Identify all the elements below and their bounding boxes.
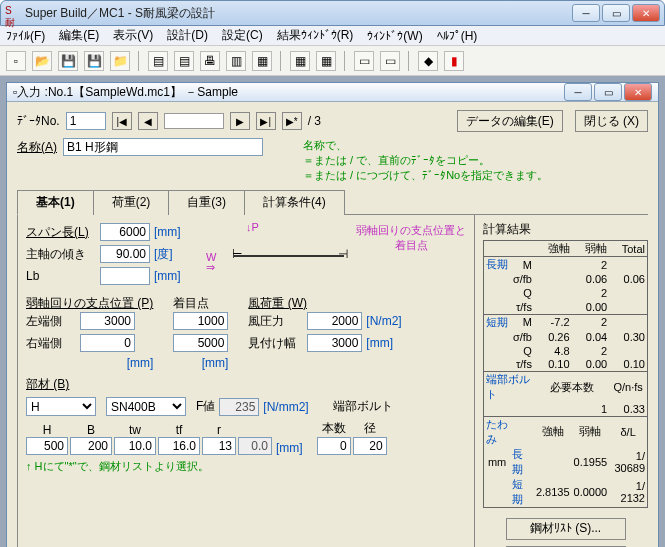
help-icon[interactable]: ◆ <box>418 51 438 71</box>
close-panel-button[interactable]: 閉じる (X) <box>575 110 648 132</box>
tab-basic[interactable]: 基本(1) <box>17 190 94 215</box>
right-support-label: 右端側 <box>26 335 76 352</box>
results-panel: 計算結果 強軸弱軸Total 長期M2 σ/fb0.060.06 Q2 τ/fs… <box>483 215 648 547</box>
nav-last-button[interactable]: ▶| <box>256 112 276 130</box>
new-icon[interactable]: ▫ <box>6 51 26 71</box>
datano-total: / 3 <box>308 114 321 128</box>
grade-select[interactable]: SN400B <box>106 397 186 416</box>
menu-window[interactable]: ｳｨﾝﾄﾞｳ(W) <box>367 29 422 43</box>
bolt-n-input[interactable] <box>317 437 351 455</box>
doc1-icon[interactable]: ▤ <box>148 51 168 71</box>
nav-slider[interactable] <box>164 113 224 129</box>
data-edit-button[interactable]: データの編集(E) <box>457 110 563 132</box>
focus2-input[interactable] <box>173 334 228 352</box>
wind-title: 風荷重 (W) <box>248 295 401 312</box>
shape-select[interactable]: H <box>26 397 96 416</box>
menu-settings[interactable]: 設定(C) <box>222 27 263 44</box>
weak-support-unit: [mm] <box>26 356 153 370</box>
nav-prev-button[interactable]: ◀ <box>138 112 158 130</box>
tabstrip: 基本(1) 荷重(2) 自重(3) 計算条件(4) <box>17 189 648 215</box>
tf-input[interactable] <box>158 437 200 455</box>
folder-icon[interactable]: 📁 <box>110 51 130 71</box>
child-min-button[interactable]: ─ <box>564 83 592 101</box>
child-close-button[interactable]: ✕ <box>624 83 652 101</box>
left-support-input[interactable] <box>80 312 135 330</box>
cascade-icon[interactable]: ▭ <box>354 51 374 71</box>
member-unit: [mm] <box>276 441 303 455</box>
focus1-input[interactable] <box>173 312 228 330</box>
mdi-area: ▫ 入力 :No.1【SampleWd.mc1】 －Sample ─ ▭ ✕ ﾃ… <box>0 76 665 547</box>
tile-icon[interactable]: ▭ <box>380 51 400 71</box>
saveall-icon[interactable]: 💾 <box>84 51 104 71</box>
wind-press-unit: [N/m2] <box>366 314 401 328</box>
span-input[interactable] <box>100 223 150 241</box>
wind-width-label: 見付け幅 <box>248 335 303 352</box>
B-input[interactable] <box>70 437 112 455</box>
menu-file[interactable]: ﾌｧｲﾙ(F) <box>6 29 45 43</box>
tab-calc-cond[interactable]: 計算条件(4) <box>244 190 345 215</box>
tilt-input[interactable] <box>100 245 150 263</box>
toolbar: ▫ 📂 💾 💾 📁 ▤ ▤ 🖶 ▥ ▦ ▦ ▦ ▭ ▭ ◆ ▮ <box>0 46 665 76</box>
wind-press-label: 風圧力 <box>248 313 303 330</box>
H-input[interactable] <box>26 437 68 455</box>
tab-self-weight[interactable]: 自重(3) <box>168 190 245 215</box>
minimize-button[interactable]: ─ <box>572 4 600 22</box>
maximize-button[interactable]: ▭ <box>602 4 630 22</box>
tab-load[interactable]: 荷重(2) <box>93 190 170 215</box>
bolt-n-label: 本数 <box>317 420 351 437</box>
member-title: 部材 (B) <box>26 376 466 393</box>
datano-label: ﾃﾞｰﾀNo. <box>17 114 60 128</box>
lb-label: Lb <box>26 269 96 283</box>
results-title: 計算結果 <box>483 221 648 238</box>
lb-input[interactable] <box>100 267 150 285</box>
lb-unit: [mm] <box>154 269 181 283</box>
datano-input[interactable] <box>66 112 106 130</box>
focus-unit: [mm] <box>173 356 228 370</box>
steel-list-button[interactable]: 鋼材ﾘｽﾄ (S)... <box>506 518 626 540</box>
wind-press-input[interactable] <box>307 312 362 330</box>
grid-icon[interactable]: ▦ <box>290 51 310 71</box>
tilt-label: 主軸の傾き <box>26 246 96 263</box>
menu-design[interactable]: 設計(D) <box>167 27 208 44</box>
color-icon[interactable]: ▦ <box>316 51 336 71</box>
doc2-icon[interactable]: ▤ <box>174 51 194 71</box>
wind-width-unit: [mm] <box>366 336 393 350</box>
window-title: Super Build／MC1 - S耐風梁の設計 <box>25 5 572 22</box>
open-icon[interactable]: 📂 <box>32 51 52 71</box>
r-label: r <box>202 423 236 437</box>
name-input[interactable] <box>63 138 263 156</box>
right-support-input[interactable] <box>80 334 135 352</box>
r-input[interactable] <box>202 437 236 455</box>
span-unit: [mm] <box>154 225 181 239</box>
nav-first-button[interactable]: |◀ <box>112 112 132 130</box>
diagram-label: 弱軸回りの支点位置と着目点 <box>356 223 466 289</box>
nav-new-button[interactable]: ▶* <box>282 112 302 130</box>
nav-next-button[interactable]: ▶ <box>230 112 250 130</box>
menu-view[interactable]: 表示(V) <box>113 27 153 44</box>
bolt-d-label: 径 <box>353 420 387 437</box>
fvalue-unit: [N/mm2] <box>263 400 308 414</box>
weak-support-title: 弱軸回りの支点位置 (P) <box>26 295 153 312</box>
doc3-icon[interactable]: ▥ <box>226 51 246 71</box>
results-table: 強軸弱軸Total 長期M2 σ/fb0.060.06 Q2 τ/fs0.00 … <box>483 240 648 508</box>
child-max-button[interactable]: ▭ <box>594 83 622 101</box>
r2-input <box>238 437 272 455</box>
tilt-unit: [度] <box>154 246 173 263</box>
menu-edit[interactable]: 編集(E) <box>59 27 99 44</box>
wind-width-input[interactable] <box>307 334 362 352</box>
menu-result-window[interactable]: 結果ｳｨﾝﾄﾞｳ(R) <box>277 27 354 44</box>
app-icon: S耐 <box>5 5 21 21</box>
left-support-label: 左端側 <box>26 313 76 330</box>
span-label: スパン長(L) <box>26 224 96 241</box>
save-icon[interactable]: 💾 <box>58 51 78 71</box>
B-label: B <box>70 423 112 437</box>
bolt-d-input[interactable] <box>353 437 387 455</box>
tw-input[interactable] <box>114 437 156 455</box>
child-titlebar: ▫ 入力 :No.1【SampleWd.mc1】 －Sample ─ ▭ ✕ <box>7 83 658 102</box>
doc4-icon[interactable]: ▦ <box>252 51 272 71</box>
print-icon[interactable]: 🖶 <box>200 51 220 71</box>
menu-help[interactable]: ﾍﾙﾌﾟ(H) <box>437 29 478 43</box>
exit-icon[interactable]: ▮ <box>444 51 464 71</box>
close-button[interactable]: ✕ <box>632 4 660 22</box>
help-text: 名称で、 ＝または / で、直前のﾃﾞｰﾀをコピー。 ＝または / につづけて、… <box>303 138 548 183</box>
